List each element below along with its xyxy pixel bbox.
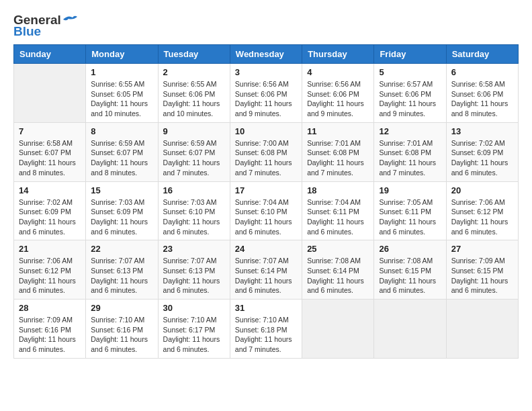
logo-container: General Blue xyxy=(13,13,77,38)
calendar-cell: 15Sunrise: 7:03 AM Sunset: 6:09 PM Dayli… xyxy=(86,181,158,240)
day-info: Sunrise: 7:03 AM Sunset: 6:10 PM Dayligh… xyxy=(163,197,225,237)
day-info: Sunrise: 7:10 AM Sunset: 6:18 PM Dayligh… xyxy=(235,315,297,355)
calendar-week-row: 14Sunrise: 7:02 AM Sunset: 6:09 PM Dayli… xyxy=(14,181,519,240)
logo-text-block: General Blue xyxy=(13,13,77,38)
day-number: 22 xyxy=(91,244,152,254)
calendar-cell: 24Sunrise: 7:07 AM Sunset: 6:14 PM Dayli… xyxy=(230,240,302,300)
day-number: 16 xyxy=(163,185,225,195)
day-number: 10 xyxy=(235,126,297,136)
day-info: Sunrise: 7:10 AM Sunset: 6:16 PM Dayligh… xyxy=(91,315,152,355)
weekday-header-friday: Friday xyxy=(374,45,446,64)
calendar-cell: 18Sunrise: 7:04 AM Sunset: 6:11 PM Dayli… xyxy=(302,181,374,240)
calendar-cell: 23Sunrise: 7:07 AM Sunset: 6:13 PM Dayli… xyxy=(158,240,230,300)
calendar-cell xyxy=(302,300,374,359)
calendar-cell: 4Sunrise: 6:56 AM Sunset: 6:06 PM Daylig… xyxy=(302,64,374,123)
calendar-week-row: 21Sunrise: 7:06 AM Sunset: 6:12 PM Dayli… xyxy=(14,240,519,300)
day-number: 14 xyxy=(19,185,81,195)
calendar-cell: 5Sunrise: 6:57 AM Sunset: 6:06 PM Daylig… xyxy=(374,64,446,123)
day-number: 20 xyxy=(451,185,513,195)
logo-blue-text: Blue xyxy=(13,25,41,38)
day-info: Sunrise: 6:58 AM Sunset: 6:07 PM Dayligh… xyxy=(19,138,81,178)
day-info: Sunrise: 7:01 AM Sunset: 6:08 PM Dayligh… xyxy=(379,138,441,178)
day-number: 6 xyxy=(451,67,513,77)
logo-bird-icon xyxy=(62,14,77,24)
day-number: 18 xyxy=(307,185,369,195)
day-number: 21 xyxy=(19,244,81,254)
calendar-cell: 3Sunrise: 6:56 AM Sunset: 6:06 PM Daylig… xyxy=(230,64,302,123)
day-info: Sunrise: 7:08 AM Sunset: 6:15 PM Dayligh… xyxy=(379,256,441,295)
weekday-header-saturday: Saturday xyxy=(446,45,518,64)
day-number: 23 xyxy=(163,244,225,254)
calendar-cell: 16Sunrise: 7:03 AM Sunset: 6:10 PM Dayli… xyxy=(158,181,230,240)
calendar-cell: 9Sunrise: 6:59 AM Sunset: 6:07 PM Daylig… xyxy=(158,122,230,181)
calendar-cell: 1Sunrise: 6:55 AM Sunset: 6:05 PM Daylig… xyxy=(86,64,158,123)
day-number: 19 xyxy=(379,185,441,195)
day-number: 27 xyxy=(451,244,513,254)
calendar-cell: 17Sunrise: 7:04 AM Sunset: 6:10 PM Dayli… xyxy=(230,181,302,240)
calendar-cell: 22Sunrise: 7:07 AM Sunset: 6:13 PM Dayli… xyxy=(86,240,158,300)
page-header: General Blue xyxy=(13,13,519,38)
day-info: Sunrise: 7:08 AM Sunset: 6:14 PM Dayligh… xyxy=(307,256,369,295)
calendar-cell: 8Sunrise: 6:59 AM Sunset: 6:07 PM Daylig… xyxy=(86,122,158,181)
calendar-cell: 28Sunrise: 7:09 AM Sunset: 6:16 PM Dayli… xyxy=(14,300,86,359)
day-info: Sunrise: 7:03 AM Sunset: 6:09 PM Dayligh… xyxy=(91,197,152,237)
weekday-header-thursday: Thursday xyxy=(302,45,374,64)
calendar-cell: 13Sunrise: 7:02 AM Sunset: 6:09 PM Dayli… xyxy=(446,122,518,181)
day-info: Sunrise: 6:55 AM Sunset: 6:06 PM Dayligh… xyxy=(163,79,225,119)
calendar-cell: 27Sunrise: 7:09 AM Sunset: 6:15 PM Dayli… xyxy=(446,240,518,300)
day-number: 1 xyxy=(91,67,152,77)
calendar-cell: 7Sunrise: 6:58 AM Sunset: 6:07 PM Daylig… xyxy=(14,122,86,181)
day-info: Sunrise: 7:02 AM Sunset: 6:09 PM Dayligh… xyxy=(19,197,81,237)
day-info: Sunrise: 7:07 AM Sunset: 6:14 PM Dayligh… xyxy=(235,256,297,295)
day-info: Sunrise: 7:09 AM Sunset: 6:15 PM Dayligh… xyxy=(451,256,513,295)
calendar-cell: 31Sunrise: 7:10 AM Sunset: 6:18 PM Dayli… xyxy=(230,300,302,359)
calendar-week-row: 28Sunrise: 7:09 AM Sunset: 6:16 PM Dayli… xyxy=(14,300,519,359)
day-number: 28 xyxy=(19,303,81,313)
calendar-week-row: 1Sunrise: 6:55 AM Sunset: 6:05 PM Daylig… xyxy=(14,64,519,123)
day-info: Sunrise: 7:07 AM Sunset: 6:13 PM Dayligh… xyxy=(163,256,225,295)
weekday-header-wednesday: Wednesday xyxy=(230,45,302,64)
calendar-cell: 2Sunrise: 6:55 AM Sunset: 6:06 PM Daylig… xyxy=(158,64,230,123)
day-info: Sunrise: 7:04 AM Sunset: 6:10 PM Dayligh… xyxy=(235,197,297,237)
day-number: 26 xyxy=(379,244,441,254)
day-number: 5 xyxy=(379,67,441,77)
calendar-cell: 30Sunrise: 7:10 AM Sunset: 6:17 PM Dayli… xyxy=(158,300,230,359)
day-info: Sunrise: 7:09 AM Sunset: 6:16 PM Dayligh… xyxy=(19,315,81,355)
calendar-week-row: 7Sunrise: 6:58 AM Sunset: 6:07 PM Daylig… xyxy=(14,122,519,181)
calendar-cell: 19Sunrise: 7:05 AM Sunset: 6:11 PM Dayli… xyxy=(374,181,446,240)
weekday-header-tuesday: Tuesday xyxy=(158,45,230,64)
day-info: Sunrise: 7:10 AM Sunset: 6:17 PM Dayligh… xyxy=(163,315,225,355)
calendar-cell: 11Sunrise: 7:01 AM Sunset: 6:08 PM Dayli… xyxy=(302,122,374,181)
calendar-cell xyxy=(446,300,518,359)
day-info: Sunrise: 6:59 AM Sunset: 6:07 PM Dayligh… xyxy=(91,138,152,178)
calendar-table: SundayMondayTuesdayWednesdayThursdayFrid… xyxy=(13,44,519,359)
calendar-cell: 21Sunrise: 7:06 AM Sunset: 6:12 PM Dayli… xyxy=(14,240,86,300)
day-number: 2 xyxy=(163,67,225,77)
logo: General Blue xyxy=(13,13,77,38)
day-info: Sunrise: 7:06 AM Sunset: 6:12 PM Dayligh… xyxy=(19,256,81,295)
weekday-header-row: SundayMondayTuesdayWednesdayThursdayFrid… xyxy=(14,45,519,64)
day-info: Sunrise: 6:59 AM Sunset: 6:07 PM Dayligh… xyxy=(163,138,225,178)
day-info: Sunrise: 7:02 AM Sunset: 6:09 PM Dayligh… xyxy=(451,138,513,178)
day-info: Sunrise: 7:06 AM Sunset: 6:12 PM Dayligh… xyxy=(451,197,513,237)
calendar-cell: 25Sunrise: 7:08 AM Sunset: 6:14 PM Dayli… xyxy=(302,240,374,300)
day-number: 17 xyxy=(235,185,297,195)
calendar-cell: 29Sunrise: 7:10 AM Sunset: 6:16 PM Dayli… xyxy=(86,300,158,359)
day-number: 13 xyxy=(451,126,513,136)
day-number: 7 xyxy=(19,126,81,136)
day-info: Sunrise: 7:00 AM Sunset: 6:08 PM Dayligh… xyxy=(235,138,297,178)
day-number: 29 xyxy=(91,303,152,313)
day-info: Sunrise: 7:01 AM Sunset: 6:08 PM Dayligh… xyxy=(307,138,369,178)
day-number: 31 xyxy=(235,303,297,313)
day-number: 8 xyxy=(91,126,152,136)
day-info: Sunrise: 6:55 AM Sunset: 6:05 PM Dayligh… xyxy=(91,79,152,119)
day-info: Sunrise: 6:56 AM Sunset: 6:06 PM Dayligh… xyxy=(307,79,369,119)
day-number: 25 xyxy=(307,244,369,254)
day-number: 12 xyxy=(379,126,441,136)
day-number: 4 xyxy=(307,67,369,77)
day-number: 24 xyxy=(235,244,297,254)
calendar-cell: 20Sunrise: 7:06 AM Sunset: 6:12 PM Dayli… xyxy=(446,181,518,240)
day-info: Sunrise: 6:58 AM Sunset: 6:06 PM Dayligh… xyxy=(451,79,513,119)
day-info: Sunrise: 7:07 AM Sunset: 6:13 PM Dayligh… xyxy=(91,256,152,295)
day-info: Sunrise: 7:05 AM Sunset: 6:11 PM Dayligh… xyxy=(379,197,441,237)
